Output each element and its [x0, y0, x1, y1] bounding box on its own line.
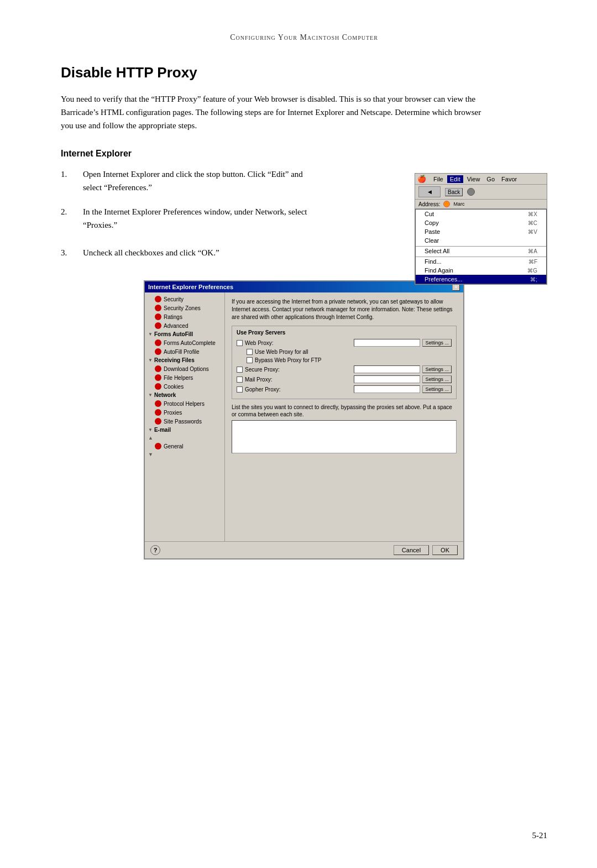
web-proxy-checkbox[interactable] — [237, 340, 243, 346]
sidebar-item-security[interactable]: Security — [145, 295, 224, 304]
gopher-proxy-input[interactable] — [354, 385, 420, 393]
page-number: 5-21 — [532, 831, 548, 840]
site-passwords-icon — [155, 418, 161, 425]
step-1-number: 1. — [61, 168, 83, 181]
header-title: Configuring Your Macintosh Computer — [230, 33, 378, 41]
direct-sites-label: List the sites you want to connect to di… — [232, 404, 457, 418]
secure-proxy-row: Secure Proxy: Settings ... — [237, 365, 452, 373]
ie-menu-screenshot: 🍎 File Edit View Go Favor ◀ Back — [415, 173, 547, 285]
proxy-group-title: Use Proxy Servers — [237, 330, 452, 336]
bypass-ftp-checkbox[interactable] — [247, 357, 253, 363]
sidebar-item-site-passwords[interactable]: Site Passwords — [145, 417, 224, 426]
protocol-helpers-icon — [155, 400, 161, 407]
menu-file[interactable]: File — [431, 175, 446, 183]
address-icon — [443, 201, 450, 207]
sidebar-header-receiving-files[interactable]: ▼ Receiving Files — [145, 356, 224, 364]
scroll-down-btn[interactable]: ▼ — [148, 452, 153, 457]
menu-paste[interactable]: Paste ⌘V — [416, 227, 546, 236]
use-web-proxy-all-checkbox[interactable] — [247, 349, 253, 355]
mail-proxy-checkbox[interactable] — [237, 377, 243, 383]
secure-proxy-checkbox[interactable] — [237, 367, 243, 373]
security-zones-icon — [155, 305, 161, 311]
toolbar-icon — [467, 188, 475, 196]
mail-proxy-label: Mail Proxy: — [245, 377, 352, 383]
secure-proxy-settings-btn[interactable]: Settings ... — [422, 365, 452, 373]
web-proxy-label: Web Proxy: — [245, 340, 352, 346]
gopher-proxy-row: Gopher Proxy: Settings ... — [237, 385, 452, 393]
general-icon — [155, 443, 161, 449]
menu-view[interactable]: View — [464, 175, 483, 183]
address-marc: Marc — [453, 201, 464, 207]
advanced-icon — [155, 322, 161, 329]
gopher-proxy-label: Gopher Proxy: — [245, 386, 352, 393]
mail-proxy-settings-btn[interactable]: Settings ... — [422, 375, 452, 383]
menu-clear[interactable]: Clear — [416, 236, 546, 245]
menu-selectall[interactable]: Select All ⌘A — [416, 246, 546, 255]
receiving-files-arrow: ▼ — [148, 358, 153, 363]
sidebar-item-security-zones[interactable]: Security Zones — [145, 304, 224, 312]
help-button[interactable]: ? — [150, 545, 160, 555]
dialog-sidebar: Security Security Zones Ratings Adv — [145, 292, 225, 541]
step-1-text: Open Internet Explorer and click the sto… — [83, 168, 315, 194]
help-label: ? — [154, 547, 158, 553]
web-proxy-settings-btn[interactable]: Settings ... — [422, 339, 452, 347]
gopher-proxy-checkbox[interactable] — [237, 386, 243, 393]
step-2-number: 2. — [61, 205, 83, 218]
mail-proxy-input[interactable] — [354, 375, 420, 383]
dialog-content: If you are accessing the Internet from a… — [225, 292, 463, 541]
cookies-icon — [155, 383, 161, 390]
sidebar-item-proxies[interactable]: Proxies — [145, 408, 224, 417]
step-3-text: Uncheck all checkboxes and click “OK.” — [83, 246, 315, 259]
autofill-profile-icon — [155, 348, 161, 355]
step-3-number: 3. — [61, 246, 83, 259]
sidebar-item-download-options[interactable]: Download Options — [145, 364, 224, 373]
sidebar-item-advanced[interactable]: Advanced — [145, 321, 224, 330]
intro-text: You need to verify that the “HTTP Proxy”… — [61, 92, 492, 132]
security-icon — [155, 296, 161, 302]
menu-go[interactable]: Go — [484, 175, 498, 183]
sidebar-item-cookies[interactable]: Cookies — [145, 382, 224, 391]
sidebar-item-forms-autocomplete[interactable]: Forms AutoComplete — [145, 338, 224, 347]
forms-autocomplete-icon — [155, 339, 161, 346]
dialog-buttons: Cancel OK — [394, 545, 458, 555]
scroll-up-btn[interactable]: ▲ — [148, 435, 153, 441]
cancel-button[interactable]: Cancel — [394, 545, 429, 555]
content-description: If you are accessing the Internet from a… — [232, 298, 457, 321]
sidebar-item-autofill-profile[interactable]: AutoFill Profile — [145, 347, 224, 356]
sidebar-header-network[interactable]: ▼ Network — [145, 391, 224, 399]
gopher-proxy-settings-btn[interactable]: Settings ... — [422, 385, 452, 393]
sidebar-header-email[interactable]: ▼ E-mail — [145, 426, 224, 434]
sidebar-item-file-helpers[interactable]: File Helpers — [145, 373, 224, 382]
menu-find-again[interactable]: Find Again ⌘G — [416, 266, 546, 275]
ratings-icon — [155, 313, 161, 320]
menu-cut[interactable]: Cut ⌘X — [416, 210, 546, 218]
sidebar-header-forms-autofill[interactable]: ▼ Forms AutoFill — [145, 330, 224, 338]
bypass-ftp-row: Bypass Web Proxy for FTP — [247, 357, 452, 363]
menu-find[interactable]: Find... ⌘F — [416, 257, 546, 266]
section-title: Disable HTTP Proxy — [61, 64, 547, 81]
download-options-icon — [155, 365, 161, 372]
forms-autofill-arrow: ▼ — [148, 332, 153, 337]
menu-favor[interactable]: Favor — [499, 175, 520, 183]
sidebar-item-protocol-helpers[interactable]: Protocol Helpers — [145, 399, 224, 408]
page-header: Configuring Your Macintosh Computer — [61, 33, 547, 42]
file-helpers-icon — [155, 374, 161, 381]
sidebar-item-ratings[interactable]: Ratings — [145, 312, 224, 321]
apple-icon: 🍎 — [417, 175, 426, 183]
toolbar-back-btn[interactable]: ◀ — [418, 186, 441, 197]
web-proxy-row: Web Proxy: Settings ... — [237, 339, 452, 347]
menu-edit[interactable]: Edit — [447, 175, 463, 183]
mail-proxy-row: Mail Proxy: Settings ... — [237, 375, 452, 383]
menu-copy[interactable]: Copy ⌘C — [416, 218, 546, 227]
use-web-proxy-all-label: Use Web Proxy for all — [255, 349, 452, 355]
secure-proxy-input[interactable] — [354, 365, 420, 373]
dialog-title: Internet Explorer Preferences — [148, 284, 233, 290]
menu-preferences[interactable]: Preferences... ⌘; — [416, 275, 546, 284]
step-2: 2. In the Internet Explorer Preferences … — [61, 205, 398, 232]
email-arrow: ▼ — [148, 427, 153, 432]
dialog-footer: ? Cancel OK — [145, 541, 463, 558]
ok-button[interactable]: OK — [432, 545, 458, 555]
web-proxy-input[interactable] — [354, 339, 420, 347]
direct-sites-input[interactable] — [232, 420, 457, 453]
sidebar-item-general[interactable]: General — [145, 442, 224, 451]
